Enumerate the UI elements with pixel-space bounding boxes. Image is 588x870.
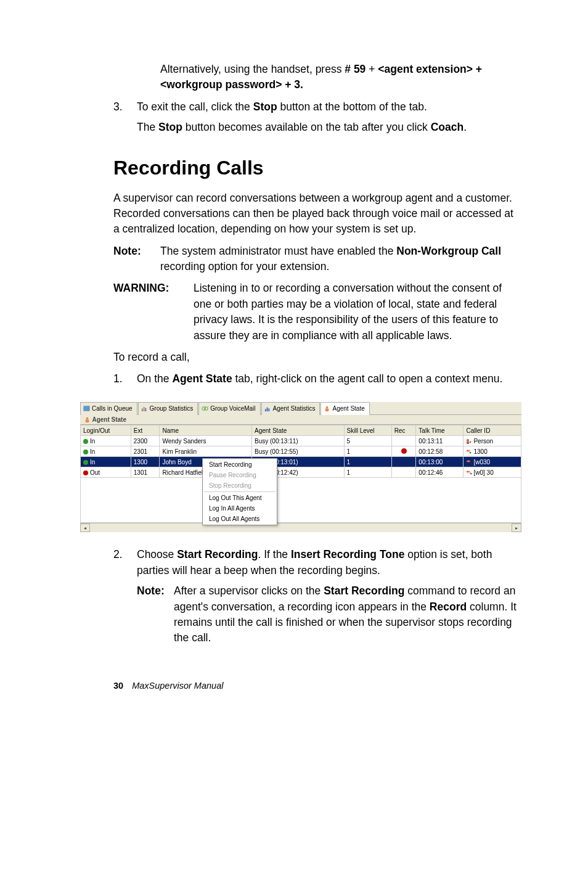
svg-rect-12 — [86, 420, 89, 423]
col-login[interactable]: Login/Out — [81, 425, 131, 436]
tab-calls-in-queue[interactable]: Calls in Queue — [80, 402, 137, 415]
cell: 5 — [344, 436, 391, 446]
table-row[interactable]: In 2300 Wendy Sanders Busy (00:13:11) 5 … — [81, 436, 521, 446]
col-rec[interactable]: Rec — [391, 425, 416, 436]
step-number: 3. — [113, 99, 137, 115]
tab-strip: Calls in Queue Group Statistics Group Vo… — [80, 402, 521, 415]
cell — [391, 436, 416, 446]
col-talk[interactable]: Talk Time — [416, 425, 463, 436]
stop-label: Stop — [158, 121, 182, 133]
step-2: 2. Choose Start Recording. If the Insert… — [113, 547, 517, 646]
menu-stop-recording: Stop Recording — [203, 480, 277, 491]
text: To exit the call, click the — [137, 101, 253, 113]
cell: 2301 — [131, 446, 160, 457]
text: tab, right-click on the agent call to op… — [232, 372, 503, 385]
svg-point-16 — [468, 450, 470, 452]
text: Person — [473, 438, 493, 445]
panel-subheader: Agent State — [80, 415, 521, 425]
svg-point-5 — [205, 407, 208, 411]
text: After a supervisor clicks on the — [174, 585, 324, 597]
step-3-sub: The Stop button becomes available on the… — [137, 120, 517, 135]
person-in-icon — [466, 438, 472, 445]
col-ext[interactable]: Ext — [131, 425, 160, 436]
scroll-left-arrow-icon[interactable]: ◂ — [80, 523, 90, 532]
cell: Wendy Sanders — [160, 436, 252, 446]
table-row-empty — [81, 478, 521, 523]
agent-stats-icon — [264, 405, 271, 412]
svg-rect-3 — [145, 408, 146, 412]
status-dot-icon — [83, 439, 88, 444]
table-row-selected[interactable]: In 1300 John Boyd Busy (00:13:01) 1 00:1… — [81, 457, 521, 467]
text: The — [137, 121, 158, 133]
table-row[interactable]: In 2301 Kim Franklin Busy (00:12:55) 1 0… — [81, 446, 521, 457]
menu-logout-all-agents[interactable]: Log Out All Agents — [203, 514, 277, 524]
agent-state-table[interactable]: Login/Out Ext Name Agent State Skill Lev… — [80, 425, 521, 523]
scroll-right-arrow-icon[interactable]: ▸ — [512, 523, 521, 532]
keycode: # 59 — [345, 63, 365, 75]
col-name[interactable]: Name — [160, 425, 252, 436]
svg-rect-8 — [268, 409, 269, 412]
warning-block: WARNING: Listening in to or recording a … — [113, 281, 517, 343]
table-header-row: Login/Out Ext Name Agent State Skill Lev… — [81, 425, 521, 436]
tab-label: Group Statistics — [150, 405, 194, 412]
stats-icon — [141, 405, 148, 412]
menu-pause-recording: Pause Recording — [203, 470, 277, 480]
agent-state-label: Agent State — [172, 372, 232, 385]
text: [w030 — [473, 459, 490, 466]
voicemail-icon — [202, 405, 208, 412]
tab-group-voicemail[interactable]: Group VoiceMail — [198, 402, 260, 415]
svg-rect-6 — [264, 409, 266, 412]
status-dot-icon — [83, 470, 88, 475]
horizontal-scrollbar[interactable]: ◂ ▸ — [80, 523, 521, 532]
non-workgroup-call-label: Non-Workgroup Call — [396, 245, 501, 257]
coach-label: Coach — [431, 121, 463, 133]
warning-label: WARNING: — [113, 281, 194, 343]
menu-start-recording[interactable]: Start Recording — [203, 459, 277, 470]
col-skill[interactable]: Skill Level — [344, 425, 391, 436]
text: button at the bottom of the tab. — [277, 101, 427, 113]
queue-icon — [83, 405, 90, 412]
table-row[interactable]: Out 1301 Richard Hatfiel Busy (00:12:42)… — [81, 467, 521, 478]
cell: 1300 — [131, 457, 160, 467]
tab-agent-state[interactable]: Agent State — [321, 402, 369, 415]
cell: 2300 — [131, 436, 160, 446]
cell: 00:12:58 — [416, 446, 463, 457]
svg-point-11 — [86, 417, 89, 420]
cell: [w030 — [463, 457, 521, 467]
tab-group-statistics[interactable]: Group Statistics — [138, 402, 198, 415]
col-agent-state[interactable]: Agent State — [252, 425, 345, 436]
svg-rect-0 — [84, 406, 89, 411]
step-content: On the Agent State tab, right-click on t… — [137, 371, 517, 387]
text: recording option for your extension. — [160, 260, 329, 273]
step-number: 1. — [113, 371, 137, 387]
svg-point-13 — [467, 439, 469, 441]
col-callerid[interactable]: Caller ID — [463, 425, 521, 436]
record-col-label: Record — [430, 601, 467, 613]
recording-icon — [401, 448, 407, 454]
svg-point-18 — [468, 461, 470, 462]
step-1: 1. On the Agent State tab, right-click o… — [113, 371, 517, 387]
text: . — [463, 121, 467, 133]
cell: 1301 — [131, 467, 160, 478]
tab-agent-statistics[interactable]: Agent Statistics — [261, 402, 321, 415]
cell: 00:13:00 — [416, 457, 463, 467]
menu-logout-this-agent[interactable]: Log Out This Agent — [203, 493, 277, 503]
cell — [391, 446, 416, 457]
note-label: Note: — [137, 583, 174, 646]
people-out-icon — [466, 470, 472, 476]
tab-label: Calls in Queue — [92, 405, 133, 412]
insert-tone-label: Insert Recording Tone — [291, 548, 404, 560]
start-recording-label: Start Recording — [177, 548, 258, 560]
cell: Busy (00:13:11) — [252, 436, 345, 446]
cell — [391, 467, 416, 478]
window: Calls in Queue Group Statistics Group Vo… — [80, 402, 521, 533]
cell: 00:12:46 — [416, 467, 463, 478]
note-block: Note: The system administrator must have… — [113, 244, 517, 275]
cell — [391, 457, 416, 467]
step-number: 2. — [113, 547, 137, 646]
svg-rect-7 — [266, 408, 267, 411]
people-out-icon — [466, 459, 472, 466]
menu-login-all-agents[interactable]: Log In All Agents — [203, 503, 277, 514]
cell: In — [90, 459, 95, 466]
cell: In — [90, 438, 95, 445]
